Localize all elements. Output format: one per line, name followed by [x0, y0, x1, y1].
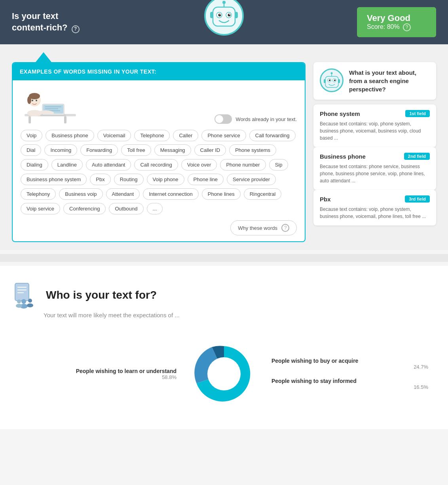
header-robot	[204, 0, 244, 36]
field-card-2: Pbx 3rd field Because text contains: voi…	[313, 190, 436, 225]
chart-right-buy-label: People wishing to buy or acquire	[271, 358, 428, 364]
word-tag[interactable]: Landline	[51, 159, 83, 171]
svg-point-43	[28, 299, 32, 303]
word-tag[interactable]: Dial	[21, 144, 41, 156]
why-words-button[interactable]: Why these words ?	[230, 220, 297, 235]
chart-right-informed-label: People wishing to stay informed	[271, 378, 428, 384]
two-col-layout: EXAMPLES OF WORDS MISSING IN YOUR TEXT:	[12, 62, 436, 242]
word-tag[interactable]: Auto attendant	[86, 159, 131, 171]
word-tag[interactable]: Messaging	[154, 144, 191, 156]
field-card-header: Pbx 3rd field	[320, 195, 430, 203]
svg-rect-28	[338, 79, 340, 83]
field-description: Because text contains: phone service, bu…	[320, 163, 430, 184]
svg-point-41	[21, 299, 26, 304]
word-tag[interactable]: ...	[147, 203, 163, 214]
svg-point-47	[207, 357, 241, 390]
what-is-card: ? ? What is your text about, from a sear…	[313, 62, 436, 100]
chart-left-label: People wishing to learn or understand 58…	[20, 368, 184, 380]
word-tag[interactable]: Telephony	[21, 188, 56, 200]
word-tag[interactable]: Sip	[269, 159, 289, 171]
header-bar: Is your text content-rich? ?	[0, 0, 448, 44]
score-sub: Score: 80% ?	[367, 23, 426, 31]
word-tag[interactable]: Business phone system	[21, 174, 87, 185]
who-subtitle: Your text will more likely meet the expe…	[44, 312, 436, 318]
header-question-mark[interactable]: ?	[72, 25, 80, 33]
who-title: Who is your text for?	[46, 289, 157, 301]
why-words-icon: ?	[281, 224, 289, 232]
word-tag[interactable]: Phone number	[220, 159, 266, 171]
svg-point-23	[27, 96, 31, 104]
score-question-mark[interactable]: ?	[403, 23, 411, 31]
svg-rect-27	[324, 79, 326, 83]
word-tag[interactable]: Conferencing	[63, 203, 106, 214]
word-tag[interactable]: Phone lines	[202, 188, 241, 200]
person-illustration	[21, 86, 76, 124]
word-tag[interactable]: Toll free	[121, 144, 151, 156]
word-tag[interactable]: Internet connection	[143, 188, 199, 200]
svg-point-8	[228, 14, 231, 17]
header-score: Very Good Score: 80% ?	[357, 7, 436, 37]
main-content: EXAMPLES OF WORDS MISSING IN YOUR TEXT:	[0, 44, 448, 250]
word-tag[interactable]: Business phone	[46, 130, 94, 141]
svg-point-46	[16, 304, 22, 308]
word-tag[interactable]: Ringcentral	[244, 188, 282, 200]
word-tag[interactable]: Voip phone	[147, 174, 184, 185]
illustration-row: Words already in your text.	[21, 86, 297, 124]
left-panel: EXAMPLES OF WORDS MISSING IN YOUR TEXT:	[12, 62, 306, 242]
svg-point-10	[229, 14, 230, 15]
word-tag[interactable]: Outbound	[109, 203, 143, 214]
who-header: Who is your text for?	[12, 282, 436, 309]
field-badge: 3rd field	[405, 195, 430, 203]
who-icon	[12, 282, 39, 309]
words-toggle[interactable]	[215, 114, 232, 124]
robot-circle	[204, 0, 244, 36]
word-tag[interactable]: Voicemail	[97, 130, 131, 141]
word-tag[interactable]: Voip service	[21, 203, 60, 214]
callout-arrow	[36, 52, 51, 62]
score-title: Very Good	[367, 13, 426, 23]
field-description: Because text contains: voip, phone syste…	[320, 120, 430, 142]
word-tag[interactable]: Phone systems	[229, 144, 276, 156]
word-tag[interactable]: Attendant	[106, 188, 140, 200]
chart-area: People wishing to learn or understand 58…	[12, 334, 436, 413]
field-card-0: Phone system 1st field Because text cont…	[313, 104, 436, 147]
word-tag[interactable]: Call recording	[134, 159, 178, 171]
word-tag[interactable]: Telephone	[134, 130, 170, 141]
svg-rect-37	[15, 283, 29, 301]
svg-rect-12	[28, 116, 31, 123]
chart-right-item-informed: People wishing to stay informed 16.5%	[271, 378, 428, 390]
what-is-robot-icon: ? ?	[320, 68, 344, 92]
word-tag[interactable]: Caller ID	[194, 144, 226, 156]
svg-point-30	[330, 72, 332, 74]
field-name: Phone system	[320, 110, 360, 117]
chart-right-labels: People wishing to buy or acquire 24.7% P…	[264, 358, 428, 390]
svg-rect-19	[40, 115, 66, 116]
chart-right-buy-pct: 24.7%	[271, 364, 428, 370]
svg-point-4	[222, 1, 226, 4]
word-tag[interactable]: Voip	[21, 130, 42, 141]
word-tag[interactable]: Voice over	[181, 159, 217, 171]
field-name: Pbx	[320, 196, 331, 203]
robot-face-svg	[208, 0, 240, 32]
word-tag[interactable]: Pbx	[90, 174, 110, 185]
word-tag[interactable]: Phone service	[201, 130, 246, 141]
word-tag[interactable]: Caller	[173, 130, 198, 141]
field-name: Business phone	[320, 153, 366, 160]
word-tag[interactable]: Phone line	[188, 174, 224, 185]
word-tag[interactable]: Business voip	[59, 188, 103, 200]
word-tag[interactable]: Routing	[114, 174, 144, 185]
svg-rect-13	[64, 116, 66, 123]
word-tag[interactable]: Service provider	[227, 174, 276, 185]
svg-point-7	[218, 14, 221, 17]
field-description: Because text contains: voip, phone syste…	[320, 206, 430, 220]
svg-rect-0	[213, 7, 235, 26]
field-card-header: Phone system 1st field	[320, 110, 430, 117]
word-tag[interactable]: Call forwarding	[249, 130, 296, 141]
who-section: Who is your text for? Your text will mor…	[0, 266, 448, 429]
word-tag[interactable]: Dialing	[21, 159, 48, 171]
svg-rect-26	[325, 76, 338, 87]
word-tag[interactable]: Forwarding	[80, 144, 118, 156]
word-tag[interactable]: Incoming	[44, 144, 77, 156]
what-is-text: What is your text about, from a search e…	[349, 68, 430, 93]
chart-right-informed-pct: 16.5%	[271, 384, 428, 390]
